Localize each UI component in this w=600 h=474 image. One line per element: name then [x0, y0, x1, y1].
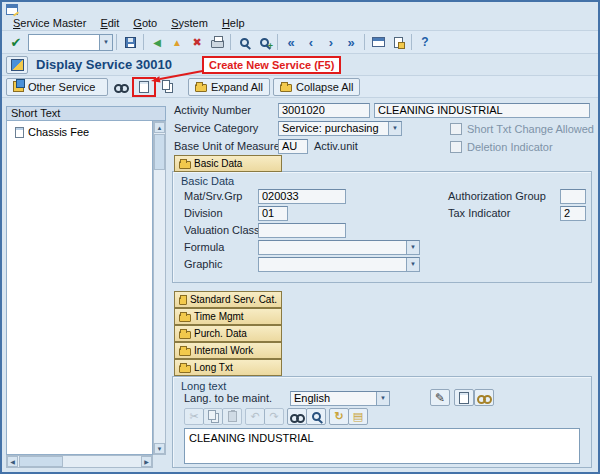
tree-body: Chassis Fee	[6, 121, 153, 455]
menu-bar: Service Master Edit Goto System Help	[2, 16, 598, 31]
dropdown-arrow-icon[interactable]	[376, 392, 389, 405]
previous-page-button[interactable]	[301, 33, 321, 52]
other-service-button[interactable]: Other Service	[6, 78, 108, 96]
tree-header: Short Text	[6, 106, 166, 121]
standard-serv-cat-button[interactable]: Standard Serv. Cat.	[174, 291, 282, 308]
tax-indicator-label: Tax Indicator	[448, 207, 560, 219]
basic-data-tab[interactable]: Basic Data	[174, 155, 282, 172]
next-page-button[interactable]	[321, 33, 341, 52]
create-shortcut-button[interactable]	[388, 33, 408, 52]
scroll-right-icon[interactable]	[141, 456, 152, 467]
undo-icon	[250, 411, 259, 422]
scroll-down-icon[interactable]	[154, 443, 165, 454]
service-category-dropdown[interactable]: Service: purchasing	[278, 121, 402, 136]
command-dropdown-icon[interactable]	[100, 34, 113, 51]
tree-vertical-scrollbar[interactable]	[153, 121, 166, 455]
base-unit-field[interactable]: AU	[278, 139, 308, 154]
menu-help[interactable]: Help	[215, 17, 252, 29]
refresh-text-button[interactable]	[329, 408, 349, 425]
first-page-button[interactable]	[281, 33, 301, 52]
menu-service-master[interactable]: Service Master	[6, 17, 93, 29]
cut-button[interactable]	[184, 408, 204, 425]
menu-goto[interactable]: Goto	[126, 17, 164, 29]
deletion-indicator-checkbox[interactable]	[450, 141, 462, 153]
language-row: Lang. to be maint. English	[184, 390, 390, 406]
activity-number-label: Activity Number	[174, 104, 278, 116]
undo-button[interactable]	[245, 408, 265, 425]
change-text-button[interactable]	[474, 389, 494, 406]
vertical-scroll-thumb[interactable]	[154, 134, 165, 170]
scroll-left-icon[interactable]	[7, 456, 18, 467]
exit-button[interactable]	[167, 33, 187, 52]
valuation-class-field[interactable]	[258, 223, 346, 238]
standard-toolbar	[2, 31, 598, 54]
service-category-value: Service: purchasing	[282, 122, 379, 134]
toolbar-separator	[364, 34, 365, 50]
activity-name-field[interactable]: CLEANING INDUSTRIAL	[374, 103, 590, 118]
print-icon	[211, 40, 224, 48]
scroll-up-icon[interactable]	[154, 122, 165, 133]
help-button[interactable]	[415, 33, 435, 52]
dropdown-arrow-icon[interactable]	[388, 122, 401, 135]
base-unit-row: Base Unit of Measure AU Activ.unit	[174, 138, 358, 154]
language-label: Lang. to be maint.	[184, 392, 290, 404]
language-dropdown[interactable]: English	[290, 391, 390, 406]
cancel-button[interactable]	[187, 33, 207, 52]
long-txt-button[interactable]: Long Txt	[174, 359, 282, 376]
graphic-dropdown[interactable]	[258, 257, 420, 272]
menu-system[interactable]: System	[164, 17, 215, 29]
formula-dropdown[interactable]	[258, 240, 420, 255]
collapse-all-button[interactable]: Collapse All	[273, 78, 360, 96]
service-object-icon	[11, 59, 24, 71]
redo-button[interactable]	[264, 408, 284, 425]
format-text-button[interactable]	[348, 408, 368, 425]
division-label: Division	[184, 207, 258, 219]
display-text-button[interactable]	[454, 389, 474, 406]
purch-data-button[interactable]: Purch. Data	[174, 325, 282, 342]
service-object-button[interactable]	[6, 56, 28, 74]
scissors-icon	[189, 411, 198, 422]
find-next-text-button[interactable]	[306, 408, 326, 425]
back-button[interactable]	[147, 33, 167, 52]
tree-item-chassis-fee[interactable]: Chassis Fee	[7, 121, 152, 138]
dropdown-arrow-icon[interactable]	[406, 241, 419, 254]
mat-srv-grp-field[interactable]: 020033	[258, 189, 346, 204]
edit-text-button[interactable]	[430, 389, 450, 406]
standard-serv-cat-label: Standard Serv. Cat.	[190, 294, 277, 305]
long-text-editor[interactable]: CLEANING INDUSTRIAL	[184, 428, 580, 464]
internal-work-button[interactable]: Internal Work	[174, 342, 282, 359]
new-session-button[interactable]	[368, 33, 388, 52]
formula-row: Formula	[184, 239, 420, 255]
dropdown-arrow-icon[interactable]	[406, 258, 419, 271]
menu-edit[interactable]: Edit	[93, 17, 126, 29]
division-field[interactable]: 01	[258, 206, 288, 221]
horizontal-scroll-thumb[interactable]	[19, 456, 63, 467]
basic-data-tab-label: Basic Data	[194, 158, 242, 169]
new-session-icon	[372, 37, 385, 47]
last-page-button[interactable]	[341, 33, 361, 52]
expand-all-button[interactable]: Expand All	[188, 78, 270, 96]
print-button[interactable]	[207, 33, 227, 52]
find-text-button[interactable]	[287, 408, 307, 425]
cancel-icon	[192, 37, 201, 48]
copy-button[interactable]	[203, 408, 223, 425]
save-button[interactable]	[120, 33, 140, 52]
command-input[interactable]	[28, 34, 100, 51]
help-icon	[421, 36, 428, 48]
find-button[interactable]	[234, 33, 254, 52]
tax-indicator-row: Tax Indicator 2	[448, 205, 586, 221]
find-next-button[interactable]	[254, 33, 274, 52]
paste-button[interactable]	[222, 408, 242, 425]
magnifier-icon	[312, 412, 321, 421]
tax-indicator-field[interactable]: 2	[560, 206, 586, 221]
auth-group-field[interactable]	[560, 189, 586, 204]
page-title: Display Service 30010	[36, 57, 172, 72]
tree-horizontal-scrollbar[interactable]	[6, 455, 153, 468]
time-mgmt-button[interactable]: Time Mgmt	[174, 308, 282, 325]
short-txt-change-checkbox[interactable]	[450, 123, 462, 135]
display-change-button[interactable]	[111, 77, 131, 96]
copy-service-button[interactable]	[157, 77, 177, 96]
formula-label: Formula	[184, 241, 258, 253]
enter-button[interactable]	[6, 33, 26, 52]
activity-number-field[interactable]: 3001020	[278, 103, 370, 118]
